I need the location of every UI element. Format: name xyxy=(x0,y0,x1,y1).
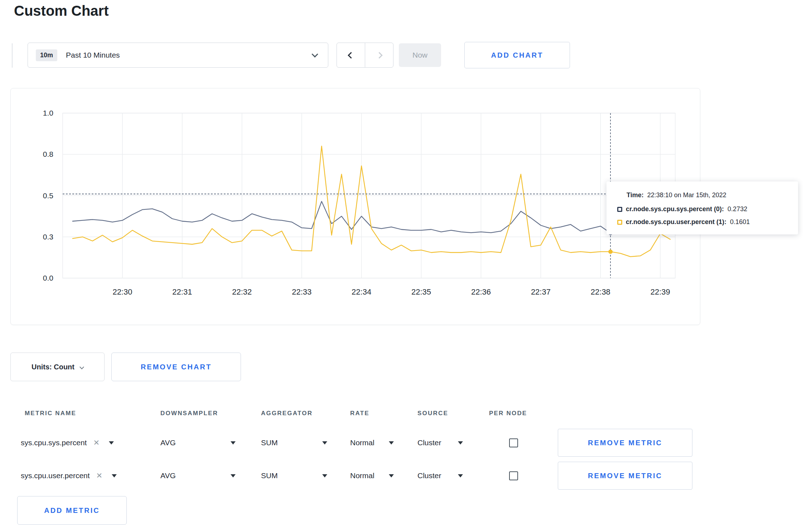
rate-value: Normal xyxy=(350,471,374,480)
toolbar-divider xyxy=(12,43,13,68)
remove-metric-button[interactable]: REMOVE METRIC xyxy=(558,462,692,490)
header-rate: RATE xyxy=(345,410,412,417)
svg-text:0.8: 0.8 xyxy=(43,150,53,158)
dropdown-arrow-icon xyxy=(109,441,114,445)
chart-panel: 0.00.30.50.81.022:3022:3122:3222:3322:34… xyxy=(10,88,700,325)
svg-text:22:39: 22:39 xyxy=(651,287,670,296)
source-select[interactable]: Cluster xyxy=(417,438,463,447)
dropdown-arrow-icon xyxy=(112,474,117,477)
dropdown-arrow-icon xyxy=(322,441,327,445)
dropdown-arrow-icon xyxy=(231,441,236,445)
per-node-checkbox[interactable] xyxy=(509,471,518,480)
svg-text:22:31: 22:31 xyxy=(172,287,192,296)
add-metric-button[interactable]: ADD METRIC xyxy=(17,496,127,525)
tooltip-series-name: cr.node.sys.cpu.sys.percent (0): xyxy=(626,205,724,213)
now-button[interactable]: Now xyxy=(399,43,441,67)
tooltip-series-row: cr.node.sys.cpu.sys.percent (0): 0.2732 xyxy=(617,205,787,213)
svg-text:22:32: 22:32 xyxy=(232,287,252,296)
chevron-down-icon xyxy=(79,365,84,369)
svg-text:22:34: 22:34 xyxy=(352,287,371,296)
time-range-label: Past 10 Minutes xyxy=(66,51,120,59)
header-metric-name: METRIC NAME xyxy=(17,410,155,417)
svg-text:22:36: 22:36 xyxy=(471,287,491,296)
svg-text:22:38: 22:38 xyxy=(591,287,610,296)
aggregator-value: SUM xyxy=(261,471,278,480)
downsampler-value: AVG xyxy=(160,438,176,447)
aggregator-value: SUM xyxy=(261,438,278,447)
svg-text:1.0: 1.0 xyxy=(43,109,53,117)
time-range-select[interactable]: 10m Past 10 Minutes xyxy=(28,43,328,68)
tooltip-time-value: 22:38:10 on Mar 15th, 2022 xyxy=(647,191,726,199)
chevron-left-icon xyxy=(348,52,354,58)
aggregator-select[interactable]: SUM xyxy=(261,438,327,447)
units-select[interactable]: Units: Count xyxy=(10,353,105,381)
metric-name-label: sys.cpu.user.percent xyxy=(21,471,90,480)
downsampler-select[interactable]: AVG xyxy=(160,438,236,447)
time-range-badge: 10m xyxy=(36,49,57,61)
metric-name-select[interactable]: sys.cpu.user.percent xyxy=(17,471,155,480)
downsampler-select[interactable]: AVG xyxy=(160,471,236,480)
tooltip-time-label: Time: xyxy=(627,191,644,199)
source-select[interactable]: Cluster xyxy=(417,471,463,480)
prev-time-button[interactable] xyxy=(337,43,365,68)
chart-tooltip: Time: 22:38:10 on Mar 15th, 2022 cr.node… xyxy=(606,181,798,234)
clear-metric-icon[interactable] xyxy=(96,471,103,480)
aggregator-select[interactable]: SUM xyxy=(261,471,327,480)
rate-select[interactable]: Normal xyxy=(350,471,394,480)
svg-text:0.5: 0.5 xyxy=(43,191,53,200)
per-node-checkbox[interactable] xyxy=(509,438,518,447)
tooltip-series-row: cr.node.sys.cpu.user.percent (1): 0.1601 xyxy=(617,218,787,226)
source-value: Cluster xyxy=(417,438,441,447)
metric-row: sys.cpu.user.percent AVG SUM Normal Clus… xyxy=(10,459,700,492)
metric-name-label: sys.cpu.sys.percent xyxy=(21,438,87,447)
header-source: SOURCE xyxy=(412,410,484,417)
next-time-button[interactable] xyxy=(365,43,393,68)
svg-text:22:37: 22:37 xyxy=(531,287,551,296)
tooltip-time-row: Time: 22:38:10 on Mar 15th, 2022 xyxy=(617,191,787,199)
header-downsampler: DOWNSAMPLER xyxy=(155,410,256,417)
units-label: Units: Count xyxy=(32,363,74,371)
remove-metric-button[interactable]: REMOVE METRIC xyxy=(558,429,692,457)
dropdown-arrow-icon xyxy=(231,474,236,477)
remove-chart-button[interactable]: REMOVE CHART xyxy=(111,353,241,381)
series-sys-swatch-icon xyxy=(617,207,622,212)
svg-text:0.0: 0.0 xyxy=(43,274,53,282)
chevron-down-icon xyxy=(311,51,318,57)
time-series-chart[interactable]: 0.00.30.50.81.022:3022:3122:3222:3322:34… xyxy=(11,88,701,325)
rate-select[interactable]: Normal xyxy=(350,438,394,447)
dropdown-arrow-icon xyxy=(458,441,463,445)
tooltip-series-name: cr.node.sys.cpu.user.percent (1): xyxy=(626,218,726,226)
chevron-right-icon xyxy=(376,52,382,58)
dropdown-arrow-icon xyxy=(322,474,327,477)
add-chart-button[interactable]: ADD CHART xyxy=(464,42,570,68)
tooltip-series-value: 0.1601 xyxy=(730,218,750,226)
time-nav-group xyxy=(337,43,393,68)
svg-text:22:30: 22:30 xyxy=(112,287,132,296)
metric-name-select[interactable]: sys.cpu.sys.percent xyxy=(17,438,155,447)
rate-value: Normal xyxy=(350,438,374,447)
clear-metric-icon[interactable] xyxy=(93,438,100,447)
header-aggregator: AGGREGATOR xyxy=(256,410,345,417)
svg-text:22:33: 22:33 xyxy=(292,287,311,296)
dropdown-arrow-icon xyxy=(389,441,394,445)
svg-text:0.3: 0.3 xyxy=(43,233,53,241)
dropdown-arrow-icon xyxy=(389,474,394,477)
header-per-node: PER NODE xyxy=(484,410,558,417)
source-value: Cluster xyxy=(417,471,441,480)
svg-text:22:35: 22:35 xyxy=(411,287,431,296)
dropdown-arrow-icon xyxy=(458,474,463,477)
metrics-table-header: METRIC NAME DOWNSAMPLER AGGREGATOR RATE … xyxy=(10,401,700,426)
downsampler-value: AVG xyxy=(160,471,176,480)
metric-row: sys.cpu.sys.percent AVG SUM Normal Clust… xyxy=(10,426,700,459)
series-user-swatch-icon xyxy=(617,220,622,225)
page-title: Custom Chart xyxy=(14,3,108,19)
tooltip-series-value: 0.2732 xyxy=(728,205,747,213)
metrics-table: METRIC NAME DOWNSAMPLER AGGREGATOR RATE … xyxy=(10,401,700,492)
